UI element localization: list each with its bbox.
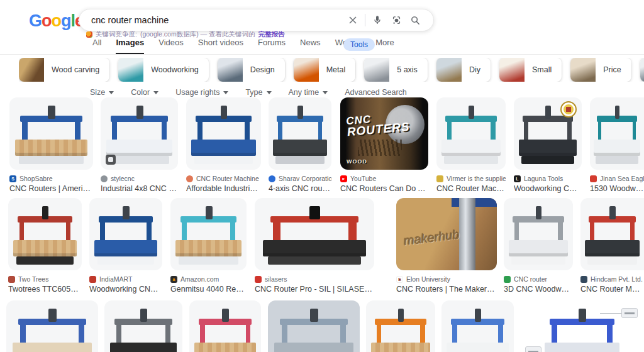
result-image[interactable] bbox=[580, 198, 644, 270]
result-image[interactable] bbox=[89, 198, 162, 270]
result-image[interactable] bbox=[366, 300, 435, 352]
filter-color[interactable]: Color bbox=[131, 88, 158, 97]
result-source[interactable]: silasers bbox=[255, 275, 374, 283]
result-image[interactable] bbox=[504, 198, 573, 270]
result-image[interactable] bbox=[186, 97, 261, 170]
filter-size[interactable]: Size bbox=[90, 88, 114, 97]
result-title[interactable]: Genmitsu 4040 Reno CN... bbox=[170, 285, 247, 294]
result-source[interactable]: SShopSabre bbox=[9, 175, 93, 182]
result-title[interactable]: 4-axis CNC router ma... bbox=[269, 184, 331, 193]
result-card[interactable]: aAmazon.com Genmitsu 4040 Reno CN... bbox=[170, 198, 247, 294]
result-card[interactable] bbox=[104, 300, 182, 352]
tab-videos[interactable]: Videos bbox=[158, 38, 184, 53]
result-title[interactable]: 3D CNC Woodworking R... bbox=[504, 285, 573, 294]
result-source[interactable]: CNC router bbox=[504, 275, 573, 283]
result-card[interactable] bbox=[366, 300, 435, 352]
result-image[interactable] bbox=[170, 198, 247, 270]
tab-forums[interactable]: Forums bbox=[258, 38, 286, 53]
chip-woodworking[interactable]: Woodworking bbox=[118, 58, 209, 82]
result-source[interactable]: Jinan Sea Eagle Cnc bbox=[590, 175, 644, 182]
result-card[interactable]: Virmer is the supplier of ... CNC Router… bbox=[436, 97, 506, 193]
tab-all[interactable]: All bbox=[92, 38, 101, 53]
result-image[interactable]: makerhub bbox=[396, 198, 497, 270]
result-image[interactable] bbox=[590, 97, 644, 170]
result-card[interactable]: Hindcam Pvt. Ltd. CNC Router Machine ... bbox=[580, 198, 644, 294]
result-title[interactable]: Woodworking CNC Rout... bbox=[89, 285, 162, 294]
result-card[interactable]: IndiaMART Woodworking CNC Rout... bbox=[89, 198, 162, 294]
lens-icon[interactable] bbox=[387, 11, 406, 30]
result-image[interactable] bbox=[269, 97, 331, 170]
result-source[interactable]: Hindcam Pvt. Ltd. bbox=[580, 275, 644, 283]
result-image[interactable] bbox=[9, 97, 93, 170]
result-source[interactable]: Virmer is the supplier of ... bbox=[436, 175, 506, 182]
clear-icon[interactable] bbox=[343, 11, 362, 30]
result-source[interactable]: stylecnc bbox=[101, 175, 178, 182]
result-image[interactable] bbox=[520, 300, 644, 352]
filter-any-time[interactable]: Any time bbox=[289, 88, 328, 97]
result-card[interactable] bbox=[441, 300, 514, 352]
result-source[interactable]: Two Trees bbox=[8, 275, 82, 283]
result-card[interactable]: CNCROUTERS WOOD ▶YouTube CNC Routers Can… bbox=[340, 97, 428, 193]
result-card[interactable]: SShopSabre CNC Routers | American-Ma... bbox=[9, 97, 93, 193]
chip-design[interactable]: Design bbox=[218, 58, 285, 82]
result-card[interactable]: CNC router 3D CNC Woodworking R... bbox=[504, 198, 573, 294]
filter-type[interactable]: Type bbox=[245, 88, 271, 97]
result-card[interactable] bbox=[6, 300, 98, 352]
result-card[interactable] bbox=[189, 300, 261, 352]
mic-icon[interactable] bbox=[368, 11, 387, 30]
result-image[interactable] bbox=[255, 198, 374, 270]
search-bar[interactable]: cnc router machine bbox=[79, 9, 434, 31]
result-card[interactable]: stylecnc Industrial 4x8 CNC Router Ma... bbox=[101, 97, 178, 193]
result-title[interactable]: CNC Router Machines f... bbox=[436, 184, 506, 193]
result-title[interactable]: CNC Router Machine ... bbox=[580, 285, 644, 294]
chip-heavy-duty[interactable]: Heavy duty bbox=[640, 58, 644, 82]
result-card[interactable]: LLaguna Tools Woodworking CNC M... bbox=[514, 97, 582, 193]
tools-button[interactable]: Tools bbox=[343, 38, 375, 51]
result-title[interactable]: CNC Router Pro - SIL | SILASERS bbox=[255, 285, 374, 294]
tab-short-videos[interactable]: Short videos bbox=[198, 38, 243, 53]
chip-wood-carving[interactable]: Wood carving bbox=[19, 58, 109, 82]
result-title[interactable]: Twotrees TTC6050 CNC... bbox=[8, 285, 82, 294]
result-image[interactable] bbox=[104, 300, 182, 352]
result-source[interactable]: EElon University bbox=[396, 275, 497, 283]
chip-small[interactable]: Small bbox=[499, 58, 562, 82]
result-title[interactable]: CNC Routers | The Maker Hub | ... bbox=[396, 285, 497, 294]
result-card[interactable]: Two Trees Twotrees TTC6050 CNC... bbox=[8, 198, 82, 294]
chip-diy[interactable]: Diy bbox=[436, 58, 491, 82]
result-title[interactable]: CNC Routers | American-Ma... bbox=[9, 184, 93, 193]
chip-price[interactable]: Price bbox=[570, 58, 631, 82]
result-source[interactable]: LLaguna Tools bbox=[514, 175, 582, 182]
result-card[interactable]: makerhub EElon University CNC Routers | … bbox=[396, 198, 497, 294]
result-image[interactable] bbox=[268, 300, 360, 352]
search-icon[interactable] bbox=[406, 11, 425, 30]
tab-images[interactable]: Images bbox=[116, 38, 144, 55]
result-image[interactable] bbox=[436, 97, 506, 170]
chip-5-axis[interactable]: 5 axis bbox=[364, 58, 428, 82]
result-image-video[interactable]: CNCROUTERS WOOD bbox=[340, 97, 428, 170]
result-image[interactable] bbox=[441, 300, 514, 352]
result-card[interactable]: silasers CNC Router Pro - SIL | SILASERS bbox=[255, 198, 374, 294]
result-source[interactable]: ▶YouTube bbox=[340, 175, 428, 182]
result-title[interactable]: CNC Routers Can Do ALL Th... bbox=[340, 184, 428, 193]
result-image[interactable] bbox=[189, 300, 261, 352]
tab-news[interactable]: News bbox=[300, 38, 321, 53]
result-image[interactable] bbox=[514, 97, 582, 170]
result-card[interactable]: Sharav Corporation 4-axis CNC router ma.… bbox=[269, 97, 331, 193]
result-source[interactable]: aAmazon.com bbox=[170, 275, 247, 283]
result-image[interactable] bbox=[8, 198, 82, 270]
result-source[interactable]: Sharav Corporation bbox=[269, 175, 331, 182]
result-title[interactable]: 1530 Woodworking C bbox=[590, 184, 644, 193]
result-card[interactable] bbox=[520, 300, 644, 352]
result-card[interactable]: Jinan Sea Eagle Cnc 1530 Woodworking C bbox=[590, 97, 644, 193]
result-title[interactable]: Industrial 4x8 CNC Router Ma... bbox=[101, 184, 178, 193]
chip-metal[interactable]: Metal bbox=[294, 58, 356, 82]
google-logo[interactable]: Google bbox=[29, 11, 84, 31]
result-image[interactable] bbox=[101, 97, 178, 170]
result-card[interactable]: CNC Router Machine Affordable Industrial… bbox=[186, 97, 261, 193]
search-input[interactable]: cnc router machine bbox=[79, 15, 343, 25]
result-source[interactable]: CNC Router Machine bbox=[186, 175, 261, 182]
advanced-search-link[interactable]: Advanced Search bbox=[345, 88, 407, 97]
filter-usage-rights[interactable]: Usage rights bbox=[175, 88, 228, 97]
result-image[interactable] bbox=[6, 300, 98, 352]
result-title[interactable]: Woodworking CNC M... bbox=[514, 184, 582, 193]
